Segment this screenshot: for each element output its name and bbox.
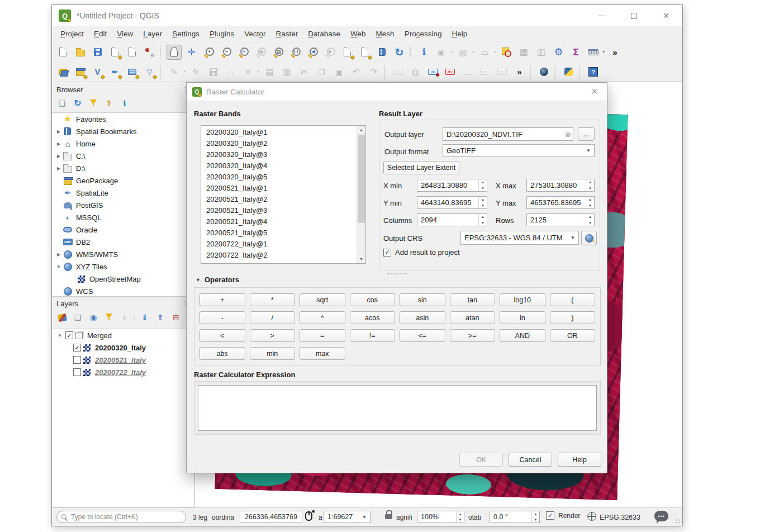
cancel-button[interactable]: Cancel	[509, 453, 552, 467]
style-manager-button[interactable]	[142, 45, 157, 60]
operator-button-sqrt[interactable]: sqrt	[300, 293, 345, 306]
toolbar2-overflow-button[interactable]: »	[512, 64, 527, 79]
pan-to-selection-button[interactable]: ✛	[184, 45, 199, 60]
add-selected-layers-button[interactable]: ❏	[55, 97, 69, 110]
add-result-checkbox[interactable]	[383, 249, 391, 256]
raster-band-item[interactable]: 20200320_Italy@1	[201, 127, 357, 138]
raster-band-item[interactable]: 20200722_Italy@1	[201, 239, 357, 250]
filter-legend-button[interactable]	[102, 311, 116, 324]
menu-layer[interactable]: Layer	[138, 27, 167, 40]
bands-scrollbar[interactable]: ▲ ▼	[357, 126, 365, 263]
browser-item-c[interactable]: ▶C:\	[52, 150, 194, 162]
raster-band-item[interactable]: 20200320_Italy@5	[201, 172, 357, 183]
ymin-spinbox[interactable]: 4643140.83695▲▼	[417, 196, 487, 209]
rows-spinbox[interactable]: 2125▲▼	[526, 213, 595, 226]
operator-button-[interactable]: <	[200, 329, 245, 342]
new-3d-map-view-button[interactable]	[357, 45, 372, 60]
menu-project[interactable]: Project	[55, 27, 89, 40]
operators-header[interactable]: ▼ Operators	[196, 276, 239, 284]
diagram-button[interactable]: abc	[443, 64, 458, 79]
menu-view[interactable]: View	[112, 27, 138, 40]
layer-visibility-checkbox[interactable]	[65, 331, 73, 339]
dialog-close-icon[interactable]: ✕	[587, 87, 601, 97]
menu-processing[interactable]: Processing	[400, 27, 447, 40]
operator-button-sin[interactable]: sin	[400, 293, 445, 306]
expand-all-button[interactable]: ⇓	[138, 311, 151, 324]
layer-item-20200320-italy[interactable]: 20200320_Italy	[52, 341, 194, 354]
osm-place-search-button[interactable]	[536, 64, 552, 79]
operator-button-[interactable]: (	[550, 293, 596, 306]
lock-scale-icon[interactable]	[385, 510, 392, 519]
browser-item-openstreetmap[interactable]: OpenStreetMap	[52, 273, 194, 285]
operator-button-acos[interactable]: acos	[350, 311, 396, 324]
splitter-handle[interactable]	[387, 273, 407, 274]
expression-textarea[interactable]	[198, 385, 597, 431]
operator-button-tan[interactable]: tan	[450, 293, 496, 306]
zoom-to-layer-button[interactable]: ▤	[270, 45, 286, 60]
operator-button-atan[interactable]: atan	[450, 311, 496, 324]
operator-button-[interactable]: =	[300, 329, 345, 342]
layer-item-20200722-italy[interactable]: 20200722_Italy	[52, 366, 194, 378]
operator-button-abs[interactable]: abs	[200, 347, 245, 360]
operator-button-min[interactable]: min	[250, 347, 296, 360]
browser-item-db2[interactable]: DB2DB2	[52, 236, 194, 248]
menu-database[interactable]: Database	[303, 27, 345, 40]
operator-button-asin[interactable]: asin	[400, 311, 445, 324]
layer-styling-button[interactable]	[55, 311, 69, 324]
raster-band-item[interactable]: 20200521_Italy@5	[201, 227, 357, 239]
raster-band-item[interactable]: 20200722_Italy@2	[201, 250, 357, 261]
help-button[interactable]: Help	[558, 453, 601, 467]
refresh-button[interactable]: ↻	[392, 45, 407, 60]
browser-item-mssql[interactable]: ◗MSSQL	[52, 211, 194, 224]
layer-visibility-checkbox[interactable]	[73, 356, 81, 364]
raster-band-item[interactable]: 20200320_Italy@3	[201, 149, 357, 160]
zoom-native-button[interactable]: 1:1	[288, 45, 303, 60]
operator-button-[interactable]: >=	[450, 329, 496, 342]
operator-button-[interactable]: ^	[300, 311, 345, 324]
operator-button-[interactable]: +	[200, 293, 245, 306]
operator-button-log10[interactable]: log10	[500, 293, 545, 306]
selected-layer-extent-button[interactable]: Selected Layer Extent	[383, 161, 459, 174]
new-shapefile-layer-button[interactable]: V	[90, 64, 105, 79]
rotation-spinbox[interactable]: 0.0 °▲▼	[490, 511, 540, 523]
columns-spinbox[interactable]: 2094▲▼	[417, 213, 487, 226]
labeling-button[interactable]: ab	[425, 64, 440, 79]
browser-item-home[interactable]: ▶⌂Home	[52, 137, 194, 150]
operator-button-[interactable]: /	[250, 311, 296, 324]
crs-status-text[interactable]: EPSG:32633	[600, 514, 640, 521]
coordinate-input[interactable]: 266336,4653769	[240, 511, 302, 523]
statistical-summary-button[interactable]: Σ	[568, 45, 583, 60]
messages-button[interactable]: •••	[654, 511, 668, 521]
pan-map-button[interactable]	[167, 45, 182, 60]
browse-output-button[interactable]: ...	[578, 127, 595, 141]
browser-item-oracle[interactable]: Oracle	[52, 224, 194, 236]
raster-band-item[interactable]: 20200320_Italy@4	[201, 160, 357, 172]
expand-arrow-icon[interactable]: ▶	[55, 141, 62, 146]
locator-input[interactable]	[71, 513, 181, 521]
browser-item-spatial-bookmarks[interactable]: ▶Spatial Bookmarks	[52, 125, 194, 137]
layer-visibility-checkbox[interactable]	[73, 344, 81, 352]
output-format-select[interactable]: GeoTIFF▼	[443, 144, 595, 157]
operator-button-max[interactable]: max	[300, 347, 345, 360]
minimize-button[interactable]	[585, 5, 618, 26]
operator-button-[interactable]: )	[550, 311, 596, 324]
layer-item-merged[interactable]: ▼Merged	[52, 329, 194, 341]
output-layer-input[interactable]: D:\20200320_NDVI.TIF ⊗	[443, 127, 573, 141]
browser-item-wms-wmts[interactable]: ▶WMS/WMTS	[52, 248, 194, 260]
browser-item-wcs[interactable]: WCS	[52, 285, 194, 297]
raster-band-item[interactable]: 20200521_Italy@2	[201, 194, 357, 205]
layer-visibility-checkbox[interactable]	[73, 368, 81, 376]
zoom-out-button[interactable]: −	[218, 45, 234, 60]
toolbar-overflow-button[interactable]: »	[607, 45, 623, 60]
extent-marker-icon[interactable]	[305, 511, 312, 521]
menu-help[interactable]: Help	[446, 27, 472, 40]
crs-status-icon[interactable]	[587, 512, 596, 521]
new-project-button[interactable]	[55, 45, 70, 60]
collapse-all-layers-button[interactable]: ⇑	[154, 311, 167, 324]
remove-layer-button[interactable]: ⊟	[169, 311, 183, 324]
new-spatialite-layer-button[interactable]: ✒	[107, 64, 122, 79]
xmin-spinbox[interactable]: 264831.30880▲▼	[417, 179, 487, 192]
open-project-button[interactable]	[73, 45, 88, 60]
zoom-last-button[interactable]: ◀	[305, 45, 320, 60]
operator-button-and[interactable]: AND	[500, 329, 545, 342]
